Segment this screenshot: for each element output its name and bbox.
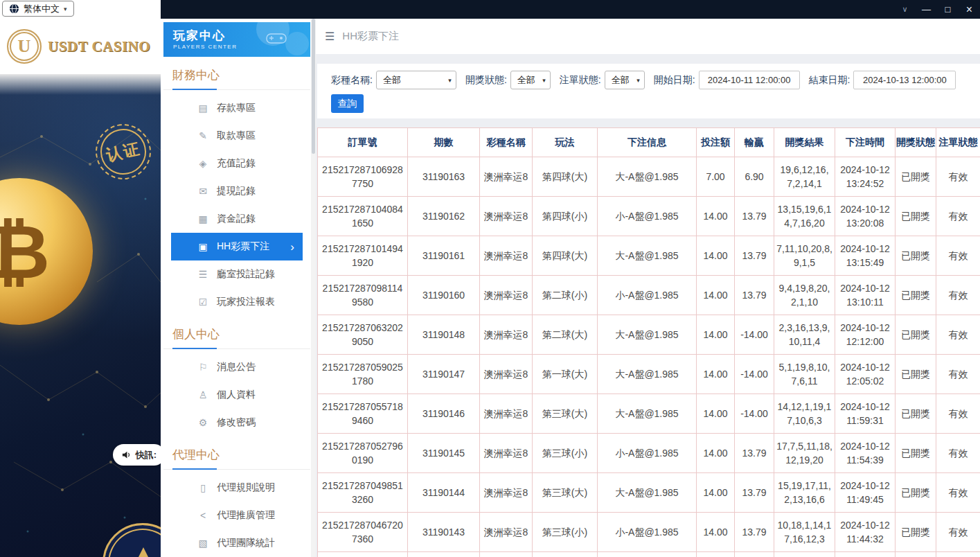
news-ticker-label: 快訊: — [136, 449, 157, 461]
caret-down-icon: ▾ — [64, 6, 67, 12]
cell-draw_result: 19,6,12,16,7,2,14,1 — [774, 157, 835, 197]
bets-table: 訂單號期數彩種名稱玩法下注信息投注額輸贏開獎結果下注時間開獎狀態注單狀態 215… — [317, 127, 980, 557]
cell-order_status: 有效 — [936, 197, 980, 236]
cell-play: 第二球(大) — [533, 315, 598, 355]
sidebar-item-label: 個人資料 — [217, 389, 256, 401]
cell-bet_amount: 7.00 — [697, 157, 735, 197]
maximize-button[interactable]: □ — [937, 0, 959, 19]
cell-order_status: 有效 — [936, 394, 980, 434]
cell-play: 第一球(大) — [533, 355, 598, 394]
column-header-bet_info: 下注信息 — [598, 128, 697, 157]
sidebar-item-label: 玩家投注報表 — [217, 296, 275, 308]
cell-play: 第三球(大) — [533, 394, 598, 434]
cell-bet_amount: 14.00 — [697, 355, 735, 394]
sidebar-item-player-bet-report[interactable]: ☑玩家投注報表› — [171, 288, 303, 316]
cell-bet_info: 大-A盤@1.985 — [598, 157, 697, 197]
cell-order_no: 2152172871069287750 — [318, 157, 408, 197]
cell-lottery_name: 澳洲幸运8 — [480, 236, 533, 276]
sidebar-item-room-bet-records[interactable]: ☰廳室投註記錄› — [171, 260, 303, 288]
column-header-lottery_name: 彩種名稱 — [480, 128, 533, 157]
order-status-label: 注單狀態: — [560, 74, 601, 87]
room-bet-record-icon: ☰ — [197, 269, 208, 280]
cell-draw_status: 已開獎 — [896, 355, 936, 394]
draw-status-label: 開獎狀態: — [465, 74, 507, 87]
sidebar-item-agent-promotion[interactable]: <代理推廣管理› — [171, 502, 303, 529]
cell-bet_time: 2024-10-12 13:24:52 — [835, 157, 896, 197]
order-status-value: 全部 — [612, 74, 630, 87]
sidebar-item-label: 存款專區 — [217, 102, 256, 114]
minimize-button[interactable]: — — [916, 0, 937, 19]
cell-bet_amount: 14.00 — [697, 434, 735, 473]
cell-bet_amount: 14.00 — [697, 513, 735, 552]
sidebar-item-funds-records[interactable]: ▦資金記錄› — [171, 205, 303, 233]
start-date-input[interactable] — [699, 71, 800, 89]
bet-report-icon: ☑ — [197, 297, 208, 308]
cell-bet_info: 小-A盤@1.985 — [598, 513, 697, 552]
table-row: 215217287046720736031190143澳洲幸运8第三球(小)小-… — [318, 513, 980, 552]
sidebar-item-label: 提現記錄 — [217, 185, 256, 197]
sidebar-item-change-password[interactable]: ⚙修改密碼› — [171, 409, 303, 436]
left-banner-panel: 繁体中文 ▾ U USDT CASINO — [0, 0, 161, 557]
search-button[interactable]: 查詢 — [331, 94, 364, 113]
cell-order_status: 有效 — [936, 157, 980, 197]
cell-play: 第二球(小) — [533, 276, 598, 315]
cell-bet_time: 2024-10-12 12:05:02 — [835, 355, 896, 394]
cell-bet_info: 大-A盤@1.985 — [598, 315, 697, 355]
language-selector[interactable]: 繁体中文 ▾ — [2, 1, 74, 17]
cell-order_status: 有效 — [936, 473, 980, 513]
order-status-select[interactable]: 全部 ▾ — [605, 71, 645, 89]
cell-win_loss: 13.79 — [735, 236, 774, 276]
column-header-draw_status: 開獎狀態 — [896, 128, 936, 157]
draw-status-select[interactable]: 全部 ▾ — [510, 71, 551, 89]
end-date-input[interactable] — [853, 71, 956, 89]
sidebar-item-recharge-records[interactable]: ◈充值記錄› — [171, 150, 303, 177]
cell-period: 31190146 — [408, 394, 480, 434]
sidebar-item-agent-team-stats[interactable]: ▧代理團隊統計› — [171, 529, 303, 557]
cell-period: 31190162 — [408, 197, 480, 236]
cell-period: 31190160 — [408, 276, 480, 315]
column-header-order_status: 注單狀態 — [936, 128, 980, 157]
sidebar-scrollbar-thumb[interactable] — [312, 19, 315, 154]
table-row: 215217287049851326031190144澳洲幸运8第三球(大)大-… — [318, 473, 980, 513]
brand-emblem: U — [7, 29, 42, 64]
column-header-play: 玩法 — [533, 128, 598, 157]
cell-order_no: 2152172870981149580 — [318, 276, 408, 315]
window-chevron-icon[interactable]: ∨ — [894, 0, 916, 19]
sidebar-scrollbar[interactable] — [311, 19, 316, 557]
sidebar-item-deposit-area[interactable]: ▤存款專區› — [171, 94, 303, 122]
profile-icon: ♙ — [197, 389, 208, 400]
cell-draw_status: 已開獎 — [896, 513, 936, 552]
sidebar-item-agent-rules[interactable]: ▯代理規則說明› — [171, 474, 303, 502]
cell-play: 第四球(小) — [533, 197, 598, 236]
content-area: 彩種名稱: 全部 ▾ 開獎狀態: 全部 ▾ 注單狀態: 全部 ▾ — [316, 54, 980, 557]
lottery-name-select[interactable]: 全部 ▾ — [376, 71, 456, 89]
table-row-partial — [318, 552, 980, 557]
table-header-row: 訂單號期數彩種名稱玩法下注信息投注額輸贏開獎結果下注時間開獎狀態注單狀態 — [318, 128, 980, 157]
sidebar-item-announcements[interactable]: ⚐消息公告› — [171, 353, 303, 381]
bottom-emblem-mark — [130, 547, 157, 557]
menu-toggle-icon[interactable]: ☰ — [325, 30, 335, 43]
caret-down-icon: ▾ — [636, 77, 640, 84]
cell-win_loss: 13.79 — [735, 197, 774, 236]
close-button[interactable]: × — [959, 0, 980, 19]
cell-bet_info: 大-A盤@1.985 — [598, 236, 697, 276]
cell-win_loss: 13.79 — [735, 434, 774, 473]
stats-icon: ▧ — [197, 538, 208, 549]
cell-draw_status: 已開獎 — [896, 434, 936, 473]
sidebar-item-profile[interactable]: ♙個人資料› — [171, 381, 303, 409]
news-ticker[interactable]: 快訊: — [113, 444, 161, 466]
cell-bet_amount: 14.00 — [697, 197, 735, 236]
sidebar: 玩家中心 PLAYERS CENTER 財務中心▤存款專區›✎取款專區›◈充值記… — [161, 19, 316, 557]
sidebar-item-label: 修改密碼 — [217, 416, 256, 429]
column-header-bet_amount: 投注額 — [697, 128, 735, 157]
sidebar-item-hh-lottery-bets[interactable]: ▣HH彩票下注› — [171, 233, 303, 260]
sidebar-item-withdraw-area[interactable]: ✎取款專區› — [171, 122, 303, 150]
cell-draw_status: 已開獎 — [896, 236, 936, 276]
cell-draw_status: 已開獎 — [896, 197, 936, 236]
cell-period: 31190144 — [408, 473, 480, 513]
sidebar-item-cashout-records[interactable]: ✉提現記錄› — [171, 177, 303, 205]
cell-win_loss: 13.79 — [735, 473, 774, 513]
cell-draw_result: 14,12,1,19,17,10,6,3 — [774, 394, 835, 434]
sidebar-section-title: 財務中心 — [163, 57, 310, 90]
cell-bet_time: 2024-10-12 11:49:45 — [835, 473, 896, 513]
